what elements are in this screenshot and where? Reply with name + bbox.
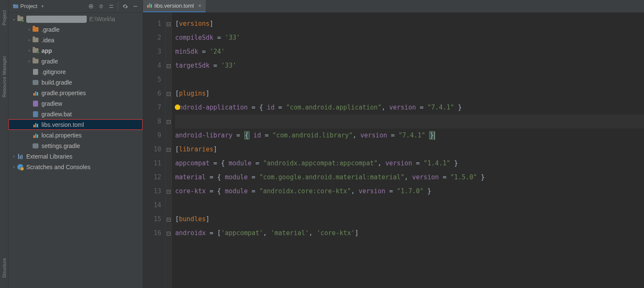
code-content[interactable]: [versions]compileSdk = '33'minSdk = '24'… (172, 13, 644, 288)
tree-item[interactable]: gradle.properties (8, 88, 143, 98)
folder-icon (17, 16, 24, 22)
tree-item[interactable]: .gitignore (8, 66, 143, 77)
line-number[interactable]: 12 (143, 170, 161, 184)
line-number[interactable]: 1 (143, 17, 161, 31)
fold-marker[interactable]: − (166, 226, 171, 240)
expand-arrow-icon[interactable]: › (27, 27, 31, 32)
tree-item[interactable]: ›gradle (8, 56, 143, 66)
code-line[interactable]: [versions] (175, 17, 644, 31)
code-line[interactable] (175, 198, 644, 212)
tree-item[interactable]: ›External Libraries (8, 151, 143, 162)
editor-tab-libs-version[interactable]: libs.version.toml × (143, 0, 206, 12)
fold-marker[interactable]: − (166, 59, 171, 73)
expand-arrow-icon (27, 112, 31, 116)
code-line[interactable]: [bundles] (175, 212, 644, 226)
fold-marker[interactable]: − (166, 115, 171, 129)
code-line[interactable]: [plugins] (175, 87, 644, 101)
project-tree[interactable]: ⌄██████████████E:\Work\a›.gradle›.idea›a… (8, 13, 143, 288)
code-token: [ (175, 20, 179, 27)
expand-all-button[interactable] (96, 2, 106, 11)
expand-arrow-icon[interactable]: › (12, 165, 16, 169)
fold-marker[interactable]: − (166, 143, 171, 156)
expand-arrow-icon[interactable]: › (27, 38, 31, 42)
settings-button[interactable] (121, 2, 130, 11)
code-line-current[interactable]: android-library = { id = "com.android.li… (175, 115, 644, 129)
tree-item[interactable]: ›app (8, 45, 143, 56)
fold-marker[interactable]: − (166, 17, 171, 31)
code-token: } (454, 104, 462, 111)
fold-marker[interactable]: − (166, 87, 171, 101)
scratch-icon (17, 164, 24, 170)
line-number[interactable]: 2 (143, 31, 161, 45)
fold-marker[interactable]: − (166, 184, 171, 198)
line-number[interactable]: 4 (143, 59, 161, 73)
code-token: = (439, 173, 450, 181)
line-number-gutter[interactable]: 12345678910111213141516 (143, 13, 166, 288)
toolwindow-tab-structure[interactable]: Structure (2, 258, 7, 278)
line-number[interactable]: 13 (143, 184, 161, 198)
project-view-dropdown[interactable]: ▾ (41, 4, 44, 8)
expand-arrow-icon[interactable]: › (12, 154, 16, 159)
code-line[interactable]: appcompat = { module = "androidx.appcomp… (175, 156, 644, 170)
line-number[interactable]: 14 (143, 198, 161, 212)
code-token: "1.5.0" (450, 173, 477, 181)
code-token: } (450, 159, 458, 167)
code-line[interactable]: core-ktx = { module = "androidx.core:cor… (175, 184, 644, 198)
tree-item-label: settings.gradle (41, 143, 80, 149)
close-icon[interactable]: × (198, 3, 201, 9)
line-number[interactable]: 11 (143, 156, 161, 170)
tree-item[interactable]: settings.gradle (8, 140, 143, 151)
code-line[interactable]: compileSdk = '33' (175, 31, 644, 45)
code-token: , (378, 159, 385, 167)
fold-marker (166, 73, 171, 87)
code-line[interactable] (175, 73, 644, 87)
select-opened-file-button[interactable] (86, 2, 96, 11)
line-number[interactable]: 15 (143, 212, 161, 226)
editor-area: libs.version.toml × 12345678910111213141… (143, 0, 644, 288)
line-number[interactable]: 10 (143, 143, 161, 156)
tree-item[interactable]: ›Scratches and Consoles (8, 162, 143, 172)
line-number[interactable]: 3 (143, 45, 161, 59)
bars-icon (32, 132, 39, 139)
tree-item-label: .idea (41, 37, 54, 44)
toolwindow-tab-resource-manager[interactable]: Resource Manager (2, 56, 7, 97)
code-line[interactable]: android-application = { id = "com.androi… (175, 101, 644, 115)
expand-arrow-icon[interactable]: › (27, 59, 31, 63)
tree-item[interactable]: ›.idea (8, 35, 143, 45)
fold-marker[interactable]: − (166, 212, 171, 226)
fold-gutter[interactable]: − − − − − − −− (166, 13, 172, 288)
code-line[interactable]: [libraries] (175, 143, 644, 156)
tree-root-path: E:\Work\a (89, 16, 115, 22)
code-token: versions (179, 20, 209, 27)
line-number[interactable]: 9 (143, 129, 161, 143)
tree-item[interactable]: ›.gradle (8, 24, 143, 35)
toolwindow-tab-project[interactable]: Project (2, 10, 7, 25)
fold-marker (166, 198, 171, 212)
line-number[interactable]: 5 (143, 73, 161, 87)
line-number[interactable]: 6 (143, 87, 161, 101)
tree-item[interactable]: gradlew (8, 98, 143, 109)
hide-button[interactable] (131, 2, 140, 11)
code-token: minSdk (175, 48, 198, 55)
tree-item[interactable]: local.properties (8, 130, 143, 140)
line-number[interactable]: 8 (143, 115, 161, 129)
expand-arrow-icon[interactable]: ⌄ (12, 17, 16, 21)
code-line[interactable]: material = { module = "com.google.androi… (175, 170, 644, 184)
expand-arrow-icon[interactable]: › (27, 49, 31, 53)
line-number[interactable]: 7 (143, 101, 161, 115)
tree-root[interactable]: ⌄██████████████E:\Work\a (8, 14, 143, 24)
tree-item-selected[interactable]: libs.version.toml (8, 119, 143, 130)
line-number[interactable]: 16 (143, 226, 161, 240)
code-line[interactable]: targetSdk = '33' (175, 59, 644, 73)
code-token: = (385, 187, 397, 195)
code-token: = (248, 173, 259, 181)
tree-item[interactable]: gradlew.bat (8, 109, 143, 119)
code-line[interactable]: minSdk = '24' (175, 45, 644, 59)
code-line[interactable]: androidx = ['appcompat', 'material', 'co… (175, 226, 644, 240)
file-purple-icon (32, 100, 39, 107)
code-token: ] (206, 215, 209, 223)
code-token: appcompat (175, 159, 209, 167)
tree-item[interactable]: build.gradle (8, 77, 143, 88)
intention-bulb-icon[interactable] (175, 104, 180, 110)
collapse-all-button[interactable] (107, 2, 116, 11)
